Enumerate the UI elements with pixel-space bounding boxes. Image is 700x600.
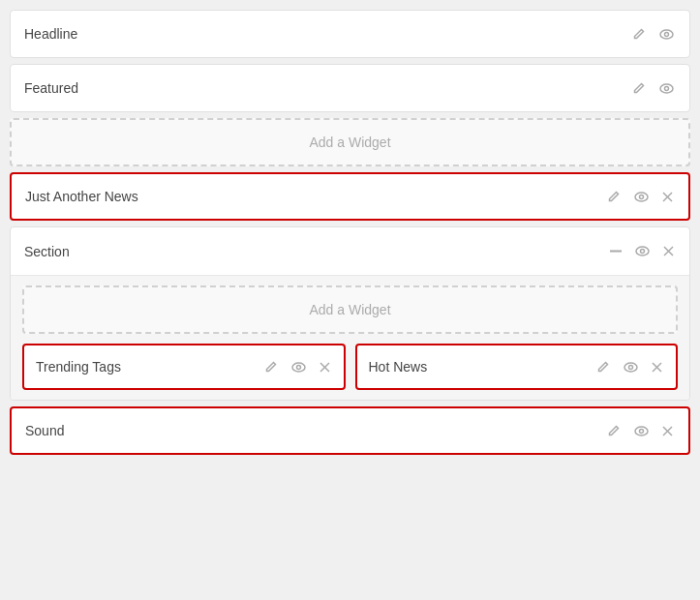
hot-news-eye-button[interactable]	[622, 360, 640, 375]
just-another-news-edit-button[interactable]	[605, 188, 623, 205]
just-another-news-label: Just Another News	[25, 189, 138, 204]
trending-tags-label: Trending Tags	[36, 359, 121, 375]
svg-point-1	[665, 32, 669, 36]
headline-widget-row: Headline	[10, 10, 690, 58]
headline-edit-button[interactable]	[630, 25, 648, 43]
svg-point-13	[292, 363, 305, 372]
hot-news-label: Hot News	[369, 359, 428, 375]
just-another-news-close-button[interactable]	[660, 190, 675, 204]
section-body: Add a Widget Trending Tags	[11, 276, 689, 400]
hot-news-actions	[594, 358, 664, 375]
sound-close-button[interactable]	[660, 424, 675, 438]
just-another-news-actions	[605, 188, 675, 205]
svg-point-3	[665, 86, 669, 90]
hot-news-col: Hot News	[355, 344, 679, 390]
hot-news-row: Hot News	[355, 344, 679, 390]
just-another-news-row: Just Another News	[10, 172, 690, 221]
trending-tags-actions	[262, 358, 332, 375]
section-header: Section	[11, 227, 689, 276]
featured-label: Featured	[24, 80, 78, 96]
trending-tags-eye-button[interactable]	[289, 360, 308, 375]
svg-point-0	[660, 30, 673, 39]
featured-widget-row: Featured	[10, 64, 690, 112]
svg-point-5	[640, 195, 644, 198]
svg-point-2	[660, 84, 673, 93]
sound-eye-button[interactable]	[632, 424, 651, 438]
section-label: Section	[24, 244, 70, 259]
featured-actions	[630, 79, 676, 97]
svg-point-4	[635, 193, 648, 201]
svg-point-9	[636, 247, 649, 255]
svg-point-14	[296, 365, 300, 369]
featured-edit-button[interactable]	[630, 79, 648, 97]
section-columns: Trending Tags	[22, 344, 678, 390]
add-widget-1[interactable]: Add a Widget	[10, 118, 690, 166]
add-widget-1-label: Add a Widget	[309, 135, 390, 150]
svg-point-10	[641, 250, 645, 254]
trending-tags-edit-button[interactable]	[262, 358, 280, 375]
trending-tags-col: Trending Tags	[22, 344, 346, 390]
svg-point-18	[629, 365, 633, 369]
trending-tags-close-button[interactable]	[318, 360, 332, 375]
headline-eye-button[interactable]	[657, 27, 676, 42]
sound-widget-row: Sound	[10, 406, 690, 455]
section-actions	[608, 244, 676, 258]
hot-news-edit-button[interactable]	[594, 358, 612, 375]
section-close-button[interactable]	[661, 244, 676, 258]
svg-point-17	[624, 363, 637, 372]
sound-label: Sound	[25, 423, 64, 438]
add-widget-2-label: Add a Widget	[309, 302, 390, 317]
section-eye-button[interactable]	[633, 244, 652, 258]
headline-label: Headline	[24, 26, 77, 42]
hot-news-close-button[interactable]	[650, 360, 664, 375]
section-container: Section Add a Wi	[10, 226, 690, 401]
just-another-news-eye-button[interactable]	[632, 190, 651, 204]
section-minus-button[interactable]	[608, 248, 624, 255]
svg-point-22	[640, 429, 644, 433]
svg-point-21	[635, 427, 648, 435]
add-widget-2[interactable]: Add a Widget	[22, 285, 678, 334]
featured-eye-button[interactable]	[657, 81, 676, 96]
sound-edit-button[interactable]	[605, 422, 623, 439]
trending-tags-row: Trending Tags	[22, 344, 346, 390]
headline-actions	[630, 25, 676, 43]
sound-actions	[605, 422, 675, 439]
